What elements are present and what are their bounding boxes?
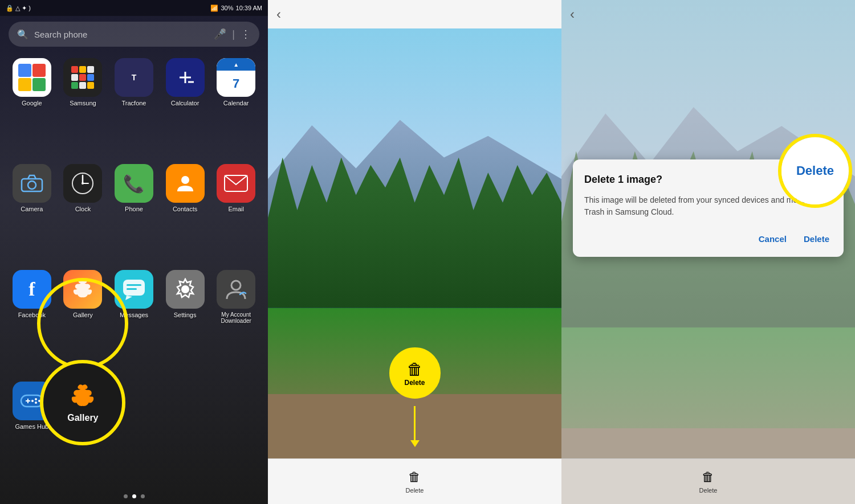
svg-point-30: [35, 401, 37, 404]
dialog-bottom-toolbar: 🗑 Delete: [561, 458, 855, 504]
dialog-back-button[interactable]: ‹: [570, 6, 575, 22]
app-messages[interactable]: Messages: [111, 270, 157, 377]
gallery-top-bar: ‹: [268, 0, 561, 28]
dot-3: [141, 494, 145, 498]
gallery-photo-area: 🗑 Delete: [268, 28, 561, 458]
dialog-buttons: Cancel Delete: [584, 230, 832, 248]
app-tracfone[interactable]: T Tracfone: [111, 58, 157, 159]
app-tracfone-label: Tracfone: [121, 100, 146, 106]
email-icon-svg: [223, 173, 249, 194]
svg-point-29: [38, 400, 40, 402]
app-calendar[interactable]: ▲ 7 Calendar: [213, 58, 259, 159]
app-calculator[interactable]: Calculator: [162, 58, 209, 159]
app-calendar-label: Calendar: [223, 100, 249, 106]
app-grid: Google Samsung T: [0, 52, 268, 489]
status-right-icons: 📶 30% 10:39 AM: [210, 5, 262, 12]
toolbar-delete-item[interactable]: 🗑 Delete: [406, 470, 424, 494]
app-gallery-label: Gallery: [73, 312, 93, 318]
app-google[interactable]: Google: [9, 58, 55, 159]
app-samsung[interactable]: Samsung: [60, 58, 107, 159]
delete-circle-icon: 🗑: [407, 360, 423, 379]
svg-point-24: [231, 281, 241, 290]
app-google-label: Google: [22, 100, 42, 106]
app-gallery[interactable]: Gallery: [63, 270, 102, 318]
more-options-icon[interactable]: ⋮: [241, 28, 251, 40]
search-bar[interactable]: 🔍 Search phone 🎤 | ⋮: [9, 22, 259, 47]
app-clock[interactable]: Clock: [60, 164, 107, 265]
dialog-toolbar-delete-item[interactable]: 🗑 Delete: [699, 470, 718, 494]
myaccount-icon-svg: [224, 277, 248, 301]
svg-rect-7: [79, 82, 86, 89]
svg-point-23: [181, 285, 189, 293]
dialog-delete-highlight-text: Delete: [796, 163, 834, 178]
app-myaccount[interactable]: My Account Downloader: [213, 270, 259, 377]
dialog-delete-confirm-button[interactable]: Delete: [801, 230, 832, 248]
gallery-bottom-toolbar: 🗑 Delete: [268, 458, 561, 504]
svg-rect-4: [79, 74, 86, 81]
search-icon: 🔍: [17, 29, 28, 40]
dot-2-active: [132, 494, 136, 498]
notification-icons: 🔒 △ ✦ ): [6, 5, 31, 12]
svg-rect-6: [71, 82, 78, 89]
dialog-top-bar: ‹: [561, 0, 855, 28]
app-facebook[interactable]: f Facebook: [9, 270, 55, 377]
mic-icon[interactable]: 🎤: [214, 28, 226, 40]
app-clock-label: Clock: [75, 206, 91, 212]
delete-arrow-indicator: [410, 406, 420, 447]
signal-icons: 📶: [210, 5, 218, 12]
app-facebook-label: Facebook: [18, 312, 46, 318]
svg-point-17: [82, 182, 84, 185]
app-gameshub[interactable]: Games Hub: [9, 382, 55, 483]
app-contacts[interactable]: Contacts: [162, 164, 209, 265]
gameshub-icon-svg: [20, 392, 44, 410]
svg-rect-3: [71, 74, 78, 81]
contacts-icon-svg: [174, 172, 197, 195]
messages-icon-svg: [122, 278, 146, 300]
app-phone[interactable]: 📞 Phone: [111, 164, 157, 265]
dialog-cancel-button[interactable]: Cancel: [756, 230, 789, 248]
dialog-toolbar-delete-label: Delete: [699, 487, 718, 494]
svg-rect-2: [87, 66, 94, 73]
dialog-delete-highlight-circle: Delete: [778, 134, 852, 208]
delete-circle-button[interactable]: 🗑 Delete: [389, 347, 441, 399]
app-myaccount-label: My Account Downloader: [213, 312, 259, 324]
app-pandora[interactable]: P Pandora: [60, 382, 107, 483]
app-email[interactable]: Email: [213, 164, 259, 265]
svg-rect-21: [127, 284, 141, 286]
status-bar: 🔒 △ ✦ ) 📶 30% 10:39 AM: [0, 0, 268, 16]
status-left-icons: 🔒 △ ✦ ): [6, 5, 31, 12]
home-page-dots: [0, 489, 268, 504]
app-messages-label: Messages: [120, 312, 148, 318]
delete-dialog-screen: ‹ Delete Delete 1 image? This image will…: [561, 0, 855, 504]
gallery-icon-svg: [71, 277, 95, 301]
app-email-label: Email: [228, 206, 244, 212]
app-gallery-wrapper: Gallery Gallery: [60, 270, 107, 377]
home-screen: 🔒 △ ✦ ) 📶 30% 10:39 AM 🔍 Search phone 🎤 …: [0, 0, 268, 504]
dot-1: [124, 494, 128, 498]
svg-point-31: [31, 400, 34, 402]
arrow-head: [410, 440, 420, 447]
delete-confirmation-dialog: Delete Delete 1 image? This image will b…: [573, 159, 844, 257]
svg-point-18: [181, 176, 189, 184]
gallery-screen: ‹ 🗑 Delete 🗑 Delete: [268, 0, 561, 504]
svg-point-28: [35, 398, 37, 400]
toolbar-delete-label: Delete: [406, 487, 424, 494]
app-settings[interactable]: Settings: [162, 270, 209, 377]
calculator-icon-svg: [174, 66, 197, 89]
app-pandora-label: Pandora: [71, 423, 95, 430]
settings-icon-svg: [174, 278, 197, 301]
arrow-line: [414, 406, 416, 440]
app-settings-label: Settings: [174, 312, 197, 318]
divider: |: [232, 28, 235, 40]
time-display: 10:39 AM: [236, 5, 262, 11]
svg-rect-8: [87, 82, 94, 89]
delete-circle-label: Delete: [404, 379, 425, 387]
app-samsung-label: Samsung: [70, 100, 96, 106]
app-camera[interactable]: Camera: [9, 164, 55, 265]
samsung-icon-svg: [70, 65, 95, 90]
search-placeholder: Search phone: [34, 30, 208, 39]
gallery-back-button[interactable]: ‹: [276, 6, 281, 22]
svg-point-13: [28, 181, 36, 189]
battery-text: 30%: [221, 5, 233, 11]
svg-rect-5: [87, 74, 94, 81]
